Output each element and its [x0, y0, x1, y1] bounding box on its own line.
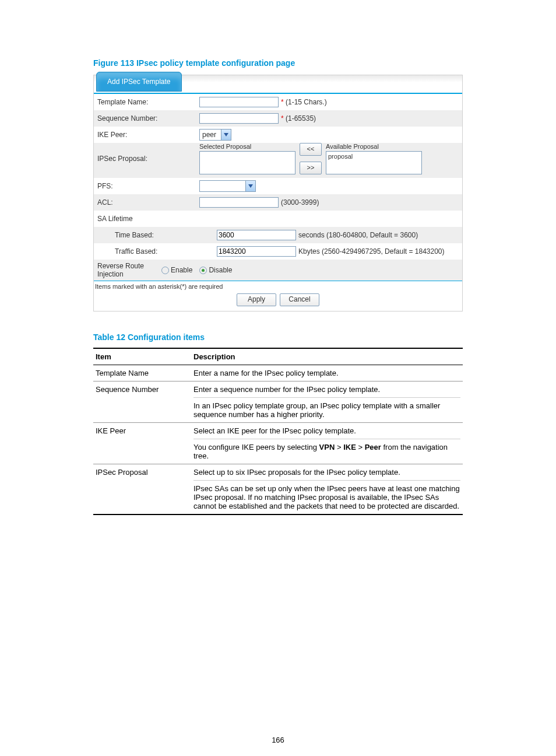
label-template-name: Template Name:	[97, 98, 199, 106]
available-proposal-list[interactable]: proposal	[326, 151, 422, 174]
table-title: Table 12 Configuration items	[93, 332, 463, 342]
cell-item: IPSec Proposal	[93, 464, 191, 515]
th-item: Item	[93, 348, 191, 365]
rri-enable-label: Enable	[171, 266, 192, 274]
table-row: IPSec Proposal Select up to six IPsec pr…	[93, 464, 463, 515]
row-time-based: Time Based: seconds (180-604800, Default…	[94, 227, 462, 243]
cell-item: Template Name	[93, 365, 191, 382]
cancel-button[interactable]: Cancel	[280, 293, 319, 306]
label-ike-peer: IKE Peer:	[97, 131, 199, 139]
move-buttons-col: << >>	[299, 143, 322, 174]
cell-desc: Enter a sequence number for the IPsec po…	[191, 382, 463, 423]
row-ipsec-proposal: IPSec Proposal: Selected Proposal << >> …	[94, 143, 462, 178]
tab-add-ipsec-template[interactable]: Add IPSec Template	[96, 72, 182, 92]
time-based-input[interactable]	[217, 230, 296, 240]
asterisk-note: Items marked with an asterisk(*) are req…	[94, 281, 462, 290]
row-pfs: PFS:	[94, 178, 462, 194]
row-template-name: Template Name: * (1-15 Chars.)	[94, 94, 462, 110]
table-row: IKE Peer Select an IKE peer for the IPse…	[93, 423, 463, 464]
page-number: 166	[0, 736, 556, 744]
apply-button[interactable]: Apply	[237, 293, 276, 306]
label-sequence-number: Sequence Number:	[97, 114, 199, 123]
label-time-based: Time Based:	[97, 231, 217, 239]
row-rri: Reverse Route Injection Enable Disable	[94, 260, 462, 281]
template-name-input[interactable]	[199, 97, 279, 107]
figure-title: Figure 113 IPsec policy template configu…	[93, 58, 463, 68]
th-description: Description	[191, 348, 463, 365]
label-ipsec-proposal: IPSec Proposal:	[97, 143, 199, 174]
form-body: Template Name: * (1-15 Chars.) Sequence …	[94, 94, 462, 311]
button-row: Apply Cancel	[94, 290, 462, 311]
table-row: Template Name Enter a name for the IPsec…	[93, 365, 463, 382]
available-proposal-col: Available Proposal proposal	[326, 143, 422, 174]
move-left-button[interactable]: <<	[300, 143, 322, 156]
required-mark: *	[281, 114, 284, 123]
required-mark: *	[281, 98, 284, 106]
acl-input[interactable]	[199, 197, 279, 208]
chevron-down-icon[interactable]	[245, 181, 255, 191]
hint-acl: (3000-3999)	[281, 198, 319, 206]
move-right-button[interactable]: >>	[300, 162, 322, 174]
label-selected-proposal: Selected Proposal	[199, 143, 295, 150]
table-row: Sequence Number Enter a sequence number …	[93, 382, 463, 423]
hint-time-based: seconds (180-604800, Default = 3600)	[298, 231, 418, 239]
label-pfs: PFS:	[97, 182, 199, 190]
chevron-down-icon[interactable]	[221, 130, 231, 140]
cell-item: Sequence Number	[93, 382, 191, 423]
cell-desc: Enter a name for the IPsec policy templa…	[191, 365, 463, 382]
selected-proposal-list[interactable]	[199, 151, 295, 174]
cell-item: IKE Peer	[93, 423, 191, 464]
hint-traffic-based: Kbytes (2560-4294967295, Default = 18432…	[298, 247, 445, 256]
row-sequence-number: Sequence Number: * (1-65535)	[94, 110, 462, 127]
hint-sequence-number: * (1-65535)	[281, 114, 316, 123]
rri-disable-radio[interactable]: Disable	[199, 266, 232, 274]
available-proposal-item[interactable]: proposal	[328, 153, 420, 160]
pfs-value	[200, 181, 245, 191]
form-panel: Add IPSec Template Template Name: * (1-1…	[93, 75, 463, 312]
cell-desc: Select up to six IPsec proposals for the…	[191, 464, 463, 515]
rri-disable-label: Disable	[209, 266, 232, 274]
tab-row: Add IPSec Template	[94, 75, 462, 94]
cell-desc: Select an IKE peer for the IPsec policy …	[191, 423, 463, 464]
traffic-based-input[interactable]	[217, 246, 296, 257]
row-acl: ACL: (3000-3999)	[94, 194, 462, 211]
row-traffic-based: Traffic Based: Kbytes (2560-4294967295, …	[94, 243, 462, 260]
label-sa-lifetime: SA Lifetime	[97, 215, 199, 223]
ike-peer-select[interactable]: peer	[199, 129, 231, 141]
label-rri: Reverse Route Injection	[97, 262, 161, 278]
rri-enable-radio[interactable]: Enable	[161, 266, 192, 274]
config-items-table: Item Description Template Name Enter a n…	[93, 348, 463, 515]
ike-peer-value: peer	[200, 130, 221, 140]
selected-proposal-col: Selected Proposal	[199, 143, 295, 174]
label-traffic-based: Traffic Based:	[97, 247, 217, 256]
pfs-select[interactable]	[199, 180, 256, 192]
sequence-number-input[interactable]	[199, 113, 279, 124]
label-acl: ACL:	[97, 198, 199, 206]
row-ike-peer: IKE Peer: peer	[94, 127, 462, 143]
row-sa-lifetime-header: SA Lifetime	[94, 211, 462, 227]
hint-template-name: * (1-15 Chars.)	[281, 98, 327, 106]
label-available-proposal: Available Proposal	[326, 143, 422, 150]
